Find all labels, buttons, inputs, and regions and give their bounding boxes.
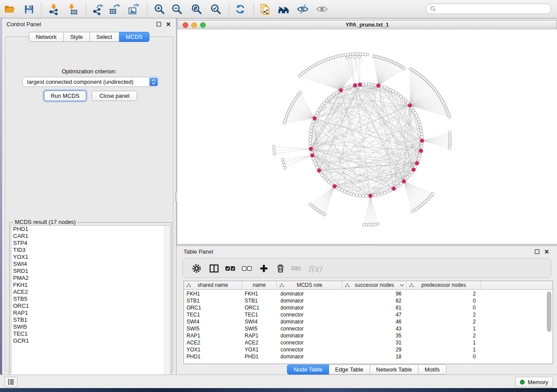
- network-node[interactable]: [416, 117, 419, 120]
- tab-edge-table[interactable]: Edge Table: [329, 364, 370, 375]
- network-overview-icon[interactable]: [277, 2, 291, 16]
- network-node[interactable]: [358, 194, 361, 197]
- tab-motifs[interactable]: Motifs: [419, 364, 446, 375]
- import-table-icon[interactable]: [66, 2, 80, 16]
- delete-column-icon[interactable]: [274, 262, 287, 275]
- zoom-in-icon[interactable]: [152, 2, 166, 16]
- network-node[interactable]: [309, 132, 312, 135]
- tab-select[interactable]: Select: [90, 32, 119, 42]
- table-row[interactable]: TEC1TEC1connector472: [184, 311, 553, 318]
- criterion-dropdown[interactable]: largest connected component (undirected): [22, 77, 159, 87]
- network-node[interactable]: [354, 55, 357, 58]
- network-node[interactable]: [368, 83, 371, 86]
- network-window-titlebar[interactable]: YPA_prune.txt_1: [177, 20, 557, 29]
- list-item[interactable]: STB5: [11, 296, 170, 303]
- network-node[interactable]: [374, 194, 377, 197]
- list-item[interactable]: SWI4: [11, 261, 170, 268]
- delete-table-icon[interactable]: [290, 262, 303, 275]
- export-network-icon[interactable]: [91, 2, 105, 16]
- dominator-node[interactable]: [408, 103, 412, 107]
- close-panel-icon[interactable]: [543, 248, 550, 255]
- network-node[interactable]: [361, 194, 364, 197]
- deselect-all-icon[interactable]: [240, 262, 253, 275]
- table-row[interactable]: SWI5SWI5connector431: [184, 325, 553, 332]
- list-item[interactable]: GCR1: [11, 337, 170, 344]
- list-item[interactable]: YOX1: [11, 254, 170, 261]
- network-node[interactable]: [309, 203, 312, 206]
- network-node[interactable]: [273, 152, 276, 155]
- float-panel-icon[interactable]: [155, 21, 162, 28]
- network-node[interactable]: [349, 55, 352, 58]
- column-header-successor-nodes[interactable]: successor nodes: [343, 281, 407, 290]
- network-node[interactable]: [281, 158, 284, 161]
- network-node[interactable]: [355, 194, 358, 197]
- dominator-node[interactable]: [310, 154, 314, 158]
- network-node[interactable]: [383, 191, 386, 194]
- network-canvas[interactable]: [177, 29, 557, 244]
- network-node[interactable]: [272, 145, 275, 148]
- column-header-predecessor-nodes[interactable]: predecessor nodes: [407, 281, 481, 290]
- dominator-node[interactable]: [377, 84, 381, 88]
- network-node[interactable]: [403, 67, 406, 70]
- float-panel-icon[interactable]: [533, 248, 540, 255]
- list-item[interactable]: SRD1: [11, 268, 170, 275]
- network-node[interactable]: [358, 55, 361, 58]
- network-node[interactable]: [352, 193, 355, 196]
- network-node[interactable]: [346, 86, 349, 89]
- network-node[interactable]: [371, 83, 374, 86]
- network-node[interactable]: [363, 224, 366, 227]
- network-node[interactable]: [448, 116, 451, 119]
- add-column-icon[interactable]: [257, 262, 270, 275]
- column-header-mcds-role[interactable]: MCDS role: [277, 281, 343, 290]
- dominator-node[interactable]: [317, 168, 321, 172]
- network-node[interactable]: [346, 191, 349, 194]
- dominator-node[interactable]: [353, 83, 357, 87]
- table-row[interactable]: FKH1FKH1dominator962: [184, 290, 553, 297]
- list-item[interactable]: STB1: [11, 316, 170, 323]
- task-history-button[interactable]: [4, 377, 17, 387]
- dominator-node[interactable]: [419, 149, 423, 153]
- network-node[interactable]: [418, 154, 421, 157]
- table-row[interactable]: YOX1YOX1connector291: [184, 346, 553, 353]
- network-node[interactable]: [282, 161, 285, 164]
- open-file-icon[interactable]: [3, 2, 17, 16]
- network-node[interactable]: [346, 56, 349, 59]
- close-panel-button[interactable]: Close panel: [92, 91, 137, 101]
- dominator-node[interactable]: [392, 187, 396, 191]
- show-visibility-icon[interactable]: [315, 2, 329, 16]
- table-row[interactable]: STB1STB1dominator620: [184, 297, 553, 304]
- tab-network-table[interactable]: Network Table: [370, 364, 419, 375]
- dominator-node[interactable]: [402, 179, 406, 183]
- list-scrollbar[interactable]: [164, 226, 170, 382]
- network-node[interactable]: [309, 129, 312, 132]
- network-node[interactable]: [419, 126, 422, 129]
- function-builder-icon[interactable]: f(x): [306, 262, 324, 275]
- tab-network[interactable]: Network: [29, 32, 64, 42]
- list-item[interactable]: STP4: [11, 240, 170, 247]
- close-panel-icon[interactable]: [165, 21, 172, 28]
- table-scrollbar[interactable]: [547, 292, 551, 332]
- list-item[interactable]: TEC1: [11, 330, 170, 337]
- list-item[interactable]: CAR1: [11, 233, 170, 240]
- dominator-node[interactable]: [313, 116, 317, 120]
- network-node[interactable]: [309, 135, 312, 138]
- network-graph[interactable]: [177, 29, 557, 244]
- network-node[interactable]: [383, 86, 386, 89]
- table-row[interactable]: SWI4SWI4dominator462: [184, 318, 553, 325]
- network-node[interactable]: [417, 120, 420, 123]
- export-image-icon[interactable]: [127, 2, 141, 16]
- list-item[interactable]: ORC1: [11, 303, 170, 309]
- list-item[interactable]: SWI5: [11, 323, 170, 330]
- network-node[interactable]: [309, 142, 312, 145]
- select-all-icon[interactable]: [224, 262, 237, 275]
- network-node[interactable]: [364, 194, 367, 197]
- list-item[interactable]: TID3: [11, 247, 170, 254]
- network-node[interactable]: [386, 190, 389, 193]
- import-network-icon[interactable]: [47, 2, 61, 16]
- dominator-node[interactable]: [415, 161, 419, 165]
- network-node[interactable]: [349, 85, 352, 88]
- tab-node-table[interactable]: Node Table: [287, 364, 329, 375]
- network-node[interactable]: [380, 192, 383, 195]
- network-node[interactable]: [310, 126, 313, 129]
- column-header-name[interactable]: name: [242, 281, 277, 290]
